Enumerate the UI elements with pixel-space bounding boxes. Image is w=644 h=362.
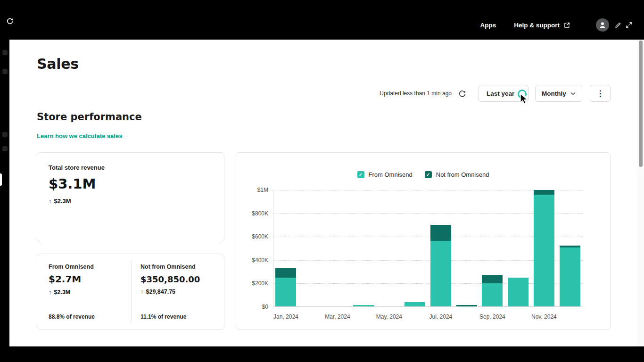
bar-jun-2024 <box>405 302 425 307</box>
expand-glyph <box>626 22 632 28</box>
x-tick-label: Jan, 2024 <box>273 313 298 320</box>
help-support-link[interactable]: Help & support <box>514 22 570 29</box>
apps-link[interactable]: Apps <box>480 22 496 29</box>
calc-sales-link[interactable]: Learn how we calculate sales <box>37 132 122 140</box>
not-from-omnisend-value: $350,850.00 <box>140 274 200 284</box>
x-tick-label: Jul, 2024 <box>429 313 453 320</box>
bar-segment-from-omnisend <box>482 283 503 307</box>
active-nav-indicator <box>0 173 2 186</box>
sidebar-icon-1[interactable] <box>2 50 8 55</box>
bar-segment-from-omnisend <box>534 195 554 307</box>
up-arrow-icon: ↑ <box>140 288 144 295</box>
bar-sep-2024 <box>482 275 503 307</box>
scrollbar-track[interactable] <box>637 40 644 346</box>
granularity-button[interactable]: Monthly <box>535 85 582 102</box>
chevron-down-icon <box>570 92 576 95</box>
bar-segment-not-from-omnisend <box>534 190 554 195</box>
person-icon <box>598 21 607 29</box>
revenue-split-card: From Omnisend $2.7M ↑ $2.3M 88.8% of rev… <box>37 254 224 330</box>
bar-segment-from-omnisend <box>456 306 477 307</box>
x-tick-label: Sep, 2024 <box>479 313 505 320</box>
check-icon: ✓ <box>426 172 430 177</box>
bar-segment-not-from-omnisend <box>456 305 477 306</box>
not-from-omnisend-label: Not from Omnisend <box>140 263 196 270</box>
bar-plot <box>273 190 583 307</box>
kebab-icon: ⋮ <box>596 89 604 99</box>
bar-segment-from-omnisend <box>508 278 528 307</box>
x-axis-labels: Jan, 2024Mar, 2024May, 2024Jul, 2024Sep,… <box>273 313 583 321</box>
bar-segment-not-from-omnisend <box>482 275 503 283</box>
from-omnisend-delta-value: $2.3M <box>54 289 71 296</box>
y-tick-label: $200K <box>252 280 268 287</box>
controls-row: Updated less than 1 min ago Last year Mo… <box>380 85 611 102</box>
sidebar-icon-3[interactable] <box>2 132 8 137</box>
more-options-button[interactable]: ⋮ <box>590 85 611 102</box>
bar-nov-2024 <box>534 190 554 307</box>
bar-segment-not-from-omnisend <box>430 225 451 240</box>
from-omnisend-label: From Omnisend <box>49 263 94 270</box>
bottom-bar <box>0 346 644 362</box>
not-from-omnisend-delta-value: $29,847.75 <box>146 288 176 295</box>
bar-jan-2024 <box>275 268 296 307</box>
not-from-omnisend-share: 11.1% of revenue <box>140 313 186 320</box>
from-omnisend-value: $2.7M <box>49 273 81 285</box>
date-range-button[interactable]: Last year <box>479 85 528 102</box>
browser-refresh-icon[interactable] <box>6 17 14 25</box>
date-range-label: Last year <box>487 90 514 97</box>
loading-spinner <box>516 88 528 99</box>
pencil-icon[interactable] <box>615 22 621 28</box>
bar-segment-from-omnisend <box>275 278 296 307</box>
total-revenue-delta-value: $2.3M <box>54 197 71 205</box>
from-omnisend-share: 88.8% of revenue <box>49 313 95 320</box>
sales-chart-card: ✓ From Omnisend ✓ Not from Omnisend $0$2… <box>236 152 611 330</box>
total-revenue-card: Total store revenue $3.1M ↑ $2.3M <box>37 152 224 242</box>
x-tick-label: Mar, 2024 <box>325 313 350 320</box>
bar-oct-2024 <box>508 278 528 307</box>
x-tick-label: Nov, 2024 <box>531 313 557 320</box>
total-revenue-delta: ↑ $2.3M <box>49 197 213 205</box>
external-link-icon <box>563 22 570 29</box>
bar-apr-2024 <box>353 305 374 307</box>
total-revenue-label: Total store revenue <box>49 164 213 171</box>
bar-segment-from-omnisend <box>353 305 374 307</box>
bar-dec-2024 <box>560 246 580 307</box>
bar-segment-from-omnisend <box>430 241 451 307</box>
sidebar <box>0 40 9 346</box>
refresh-data-icon[interactable] <box>458 90 466 98</box>
topbar-right-cluster: Apps Help & support <box>480 18 637 32</box>
bar-aug-2024 <box>456 305 477 307</box>
section-title: Store performance <box>37 111 142 123</box>
y-tick-label: $1M <box>257 187 268 193</box>
refresh-glyph <box>6 17 14 25</box>
granularity-label: Monthly <box>542 90 566 97</box>
from-omnisend-delta: ↑ $2.3M <box>49 288 70 296</box>
y-tick-label: $400K <box>252 257 268 263</box>
y-tick-label: $800K <box>252 210 268 217</box>
bar-segment-from-omnisend <box>560 247 580 307</box>
help-support-label: Help & support <box>514 22 560 29</box>
legend-label-from: From Omnisend <box>369 171 413 178</box>
checkbox-not-from-omnisend[interactable]: ✓ <box>425 171 432 178</box>
y-tick-label: $600K <box>252 233 268 240</box>
topbar: Apps Help & support <box>0 0 644 40</box>
legend-item-not-from-omnisend[interactable]: ✓ Not from Omnisend <box>425 171 489 178</box>
check-icon: ✓ <box>359 172 363 177</box>
chart-legend: ✓ From Omnisend ✓ Not from Omnisend <box>236 171 610 178</box>
sidebar-icon-4[interactable] <box>2 146 8 151</box>
up-arrow-icon: ↑ <box>49 288 52 296</box>
up-arrow-icon: ↑ <box>49 197 52 205</box>
avatar[interactable] <box>596 18 609 32</box>
from-omnisend-column: From Omnisend $2.7M ↑ $2.3M 88.8% of rev… <box>49 263 124 320</box>
total-revenue-value: $3.1M <box>49 176 213 192</box>
legend-item-from-omnisend[interactable]: ✓ From Omnisend <box>357 171 413 178</box>
checkbox-from-omnisend[interactable]: ✓ <box>357 171 364 178</box>
not-from-omnisend-delta: ↑ $29,847.75 <box>140 288 175 295</box>
y-tick-label: $0 <box>262 304 268 310</box>
expand-icon[interactable] <box>626 22 632 28</box>
sidebar-icon-2[interactable] <box>2 69 8 74</box>
not-from-omnisend-column: Not from Omnisend $350,850.00 ↑ $29,847.… <box>140 263 221 320</box>
legend-label-not-from: Not from Omnisend <box>436 171 489 178</box>
bar-segment-not-from-omnisend <box>275 268 296 278</box>
main-content: Sales Updated less than 1 min ago Last y… <box>9 40 637 346</box>
scrollbar-thumb[interactable] <box>639 41 643 167</box>
